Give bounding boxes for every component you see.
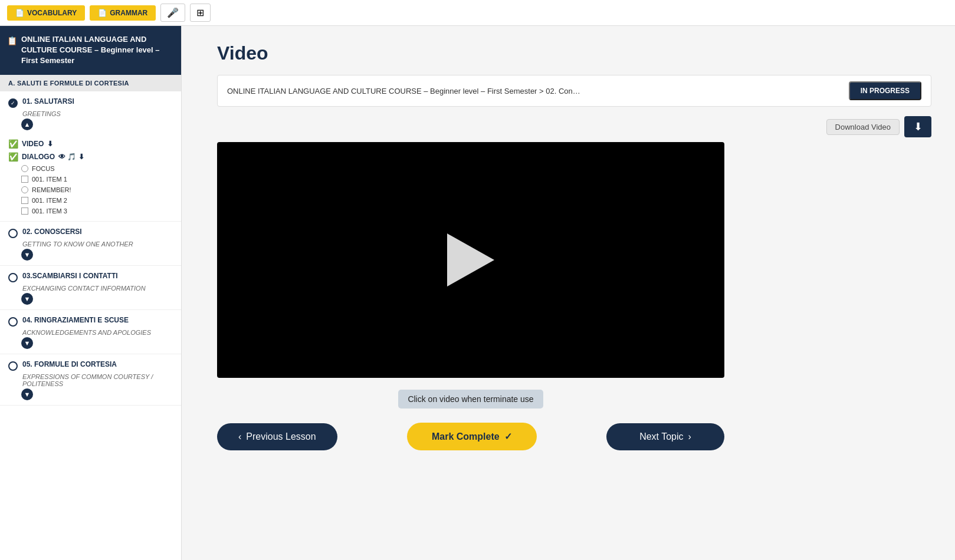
lesson-03-item: 03.SCAMBIARSI I CONTATTI EXCHANGING CONT… bbox=[0, 266, 181, 310]
lesson-02-circle bbox=[8, 229, 18, 238]
mark-complete-button[interactable]: Mark Complete ✓ bbox=[407, 423, 537, 450]
lesson-01-item: ✓ 01. SALUTARSI GREETINGS ▲ ✅ VIDEO ⬇ ✅ … bbox=[0, 91, 181, 222]
lesson-05-circle bbox=[8, 361, 18, 371]
lesson-01-item1[interactable]: 001. ITEM 1 bbox=[8, 174, 173, 185]
mic-button[interactable]: 🎤 bbox=[160, 4, 185, 22]
play-triangle-icon bbox=[447, 233, 494, 286]
lesson-01-header[interactable]: ✓ 01. SALUTARSI bbox=[0, 91, 181, 110]
grammar-label: GRAMMAR bbox=[110, 9, 147, 17]
lesson-01-item2[interactable]: 001. ITEM 2 bbox=[8, 195, 173, 206]
page-title: Video bbox=[217, 42, 931, 64]
lesson-01-remember-item[interactable]: REMEMBER! bbox=[8, 185, 173, 195]
lesson-05-item: 05. FORMULE DI CORTESIA EXPRESSIONS OF C… bbox=[0, 354, 181, 406]
prev-button-label: Previous Lesson bbox=[246, 431, 316, 442]
dialogo-check-icon: ✅ bbox=[8, 152, 18, 162]
lesson-02-title: 02. CONOSCERSI bbox=[22, 228, 82, 236]
content-area: Video ONLINE ITALIAN LANGUAGE AND CULTUR… bbox=[182, 26, 955, 560]
section-a-title: A. SALUTI E FORMULE DI CORTESIA bbox=[0, 75, 181, 91]
lesson-03-circle bbox=[8, 273, 18, 282]
download-video-label: Download Video bbox=[826, 119, 900, 135]
grammar-icon: 📄 bbox=[98, 9, 107, 17]
video-label: VIDEO bbox=[22, 140, 44, 148]
mark-complete-label: Mark Complete bbox=[432, 431, 500, 442]
dialogo-label: DIALOGO bbox=[22, 153, 55, 161]
lesson-02-header[interactable]: 02. CONOSCERSI bbox=[0, 222, 181, 241]
download-video-button[interactable]: ⬇ bbox=[904, 116, 931, 137]
lesson-01-dialogo-item[interactable]: ✅ DIALOGO 👁 🎵 ⬇ bbox=[8, 150, 173, 163]
course-icon: 📋 bbox=[7, 35, 17, 47]
item3-square bbox=[21, 207, 28, 215]
lesson-01-title: 01. SALUTARSI bbox=[22, 97, 74, 106]
lesson-02-expand-button[interactable]: ▼ bbox=[21, 249, 33, 261]
previous-lesson-button[interactable]: ‹ Previous Lesson bbox=[217, 423, 337, 450]
in-progress-badge[interactable]: IN PROGRESS bbox=[849, 81, 921, 100]
top-navigation: 📄 VOCABULARY 📄 GRAMMAR 🎤 ⊞ bbox=[0, 0, 955, 26]
grid-button[interactable]: ⊞ bbox=[190, 4, 211, 22]
item2-label: 001. ITEM 2 bbox=[32, 197, 67, 204]
course-title: ONLINE ITALIAN LANGUAGE AND CULTURE COUR… bbox=[21, 35, 160, 65]
lesson-05-subtitle: EXPRESSIONS OF COMMON COURTESY / POLITEN… bbox=[0, 373, 181, 387]
main-layout: 📋 ONLINE ITALIAN LANGUAGE AND CULTURE CO… bbox=[0, 26, 955, 560]
lesson-02-subtitle: GETTING TO KNOW ONE ANOTHER bbox=[0, 241, 181, 248]
grammar-button[interactable]: 📄 GRAMMAR bbox=[90, 5, 156, 21]
video-tooltip: Click on video when terminate use bbox=[398, 390, 543, 409]
lesson-03-header[interactable]: 03.SCAMBIARSI I CONTATTI bbox=[0, 266, 181, 285]
lesson-01-item3[interactable]: 001. ITEM 3 bbox=[8, 206, 173, 216]
lesson-01-circle: ✓ bbox=[8, 98, 18, 108]
lesson-04-circle bbox=[8, 317, 18, 327]
lesson-04-header[interactable]: 04. RINGRAZIAMENTI E SCUSE bbox=[0, 310, 181, 329]
lesson-03-title: 03.SCAMBIARSI I CONTATTI bbox=[22, 272, 118, 280]
next-topic-button[interactable]: Next Topic › bbox=[606, 423, 724, 450]
video-check-icon: ✅ bbox=[8, 139, 18, 149]
lesson-01-focus-item[interactable]: FOCUS bbox=[8, 163, 173, 174]
lesson-05-title: 05. FORMULE DI CORTESIA bbox=[22, 360, 117, 368]
video-download-icon: ⬇ bbox=[47, 140, 53, 148]
lesson-05-expand-button[interactable]: ▼ bbox=[21, 388, 33, 400]
item3-label: 001. ITEM 3 bbox=[32, 207, 67, 215]
lesson-01-subtitle: GREETINGS bbox=[0, 110, 181, 117]
focus-circle bbox=[21, 165, 28, 172]
item1-square bbox=[21, 176, 28, 183]
breadcrumb-text: ONLINE ITALIAN LANGUAGE AND CULTURE COUR… bbox=[227, 87, 580, 95]
lesson-03-expand-button[interactable]: ▼ bbox=[21, 293, 33, 305]
play-button[interactable] bbox=[447, 233, 494, 286]
lesson-04-expand-button[interactable]: ▼ bbox=[21, 337, 33, 349]
lesson-03-subtitle: EXCHANGING CONTACT INFORMATION bbox=[0, 285, 181, 292]
download-row: Download Video ⬇ bbox=[217, 116, 931, 137]
vocabulary-button[interactable]: 📄 VOCABULARY bbox=[7, 5, 85, 21]
bottom-actions: ‹ Previous Lesson Mark Complete ✓ Next T… bbox=[217, 423, 724, 450]
lesson-04-subtitle: ACKNOWLEDGEMENTS AND APOLOGIES bbox=[0, 329, 181, 336]
breadcrumb-bar: ONLINE ITALIAN LANGUAGE AND CULTURE COUR… bbox=[217, 75, 931, 107]
remember-circle bbox=[21, 186, 28, 193]
vocab-label: VOCABULARY bbox=[27, 9, 77, 17]
focus-label: FOCUS bbox=[32, 165, 55, 172]
lesson-01-video-item[interactable]: ✅ VIDEO ⬇ bbox=[8, 137, 173, 150]
lesson-04-item: 04. RINGRAZIAMENTI E SCUSE ACKNOWLEDGEME… bbox=[0, 310, 181, 354]
dialogo-icons: 👁 🎵 ⬇ bbox=[58, 153, 84, 161]
remember-label: REMEMBER! bbox=[32, 186, 71, 193]
sidebar: 📋 ONLINE ITALIAN LANGUAGE AND CULTURE CO… bbox=[0, 26, 182, 560]
video-player[interactable] bbox=[217, 142, 724, 378]
prev-icon: ‹ bbox=[238, 431, 241, 442]
next-button-label: Next Topic bbox=[639, 431, 683, 442]
next-icon: › bbox=[688, 431, 691, 442]
item1-label: 001. ITEM 1 bbox=[32, 176, 67, 183]
sidebar-toggle-button[interactable]: ‹ bbox=[180, 39, 182, 61]
download-icon: ⬇ bbox=[914, 120, 923, 133]
lesson-01-subitems: ✅ VIDEO ⬇ ✅ DIALOGO 👁 🎵 ⬇ FOCUS 001. ITE… bbox=[0, 135, 181, 221]
lesson-02-item: 02. CONOSCERSI GETTING TO KNOW ONE ANOTH… bbox=[0, 222, 181, 266]
mark-complete-check-icon: ✓ bbox=[504, 431, 512, 442]
vocab-icon: 📄 bbox=[15, 9, 24, 17]
lesson-01-collapse-button[interactable]: ▲ bbox=[21, 118, 33, 130]
lesson-04-title: 04. RINGRAZIAMENTI E SCUSE bbox=[22, 316, 129, 324]
item2-square bbox=[21, 197, 28, 204]
sidebar-header: 📋 ONLINE ITALIAN LANGUAGE AND CULTURE CO… bbox=[0, 26, 181, 75]
lesson-05-header[interactable]: 05. FORMULE DI CORTESIA bbox=[0, 354, 181, 373]
